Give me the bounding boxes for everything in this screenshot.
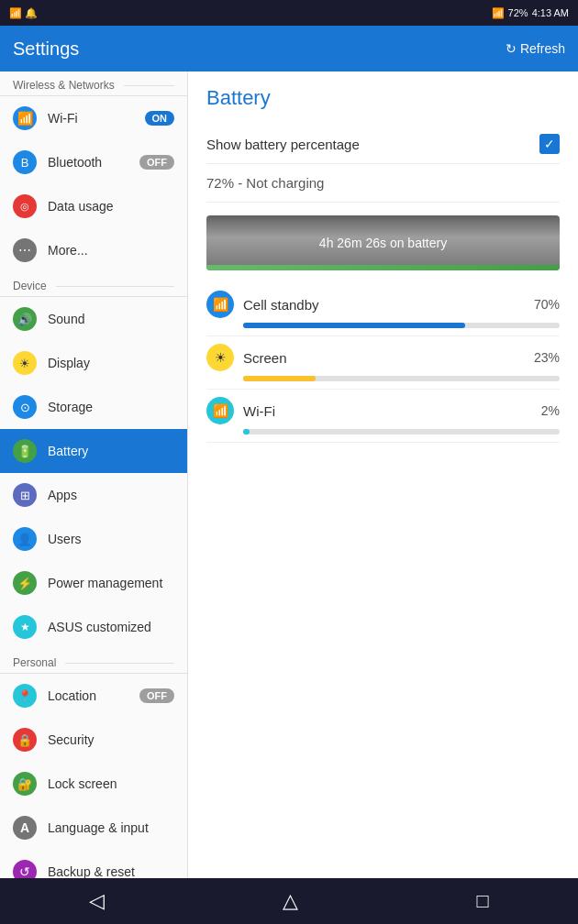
bottom-nav: ◁ △ □ [0, 878, 578, 924]
wifi-toggle[interactable]: ON [145, 111, 175, 126]
sidebar-item-battery[interactable]: 🔋 Battery [0, 429, 187, 473]
wifi-usage-icon: 📶 [206, 397, 234, 424]
more-icon: ⋯ [13, 238, 37, 262]
sidebar-item-data-usage[interactable]: ◎ Data usage [0, 184, 187, 228]
cell-standby-pct: 70% [534, 297, 560, 312]
battery-label: Battery [48, 444, 88, 458]
sidebar-item-bluetooth[interactable]: B Bluetooth OFF [0, 140, 187, 184]
users-icon: 👤 [13, 527, 37, 551]
refresh-button[interactable]: ↻ Refresh [506, 41, 565, 56]
bluetooth-toggle[interactable]: OFF [139, 155, 174, 170]
usage-screen-top: ☀ Screen 23% [206, 344, 560, 371]
screen-pct: 23% [534, 350, 560, 365]
section-personal: Personal [0, 649, 187, 674]
battery-percentage-option[interactable]: Show battery percentage ✓ [206, 125, 560, 164]
cell-standby-name: Cell standby [243, 297, 525, 313]
battery-icon: 🔋 [13, 439, 37, 463]
location-toggle[interactable]: OFF [139, 688, 174, 703]
sidebar-item-lock-screen[interactable]: 🔐 Lock screen [0, 762, 187, 806]
content-title: Battery [206, 86, 560, 110]
screen-bar-bg [243, 376, 560, 381]
display-label: Display [48, 356, 90, 370]
screen-name: Screen [243, 350, 525, 366]
sidebar-item-apps[interactable]: ⊞ Apps [0, 473, 187, 517]
wifi-label: Wi-Fi [48, 111, 78, 126]
display-icon: ☀ [13, 351, 37, 375]
power-management-label: Power management [48, 576, 162, 590]
sidebar-item-location[interactable]: 📍 Location OFF [0, 674, 187, 718]
section-wireless: Wireless & Networks [0, 72, 187, 96]
sidebar-item-backup[interactable]: ↺ Backup & reset [0, 850, 187, 878]
lock-screen-icon: 🔐 [13, 772, 37, 796]
notification-icons: 📶 🔔 [9, 7, 38, 19]
storage-label: Storage [48, 400, 93, 414]
usage-item-top: 📶 Cell standby 70% [206, 291, 560, 318]
bluetooth-label: Bluetooth [48, 155, 102, 170]
sidebar-item-power-management[interactable]: ⚡ Power management [0, 561, 187, 605]
users-label: Users [48, 532, 82, 546]
sidebar-item-security[interactable]: 🔒 Security [0, 718, 187, 762]
security-icon: 🔒 [13, 728, 37, 752]
refresh-icon: ↻ [506, 41, 517, 56]
usage-item-wifi[interactable]: 📶 Wi-Fi 2% [206, 390, 560, 443]
wifi-bar-bg [243, 429, 560, 434]
refresh-label: Refresh [520, 41, 565, 56]
asus-label: ASUS customized [48, 620, 151, 634]
usage-item-screen[interactable]: ☀ Screen 23% [206, 336, 560, 390]
wifi-usage-name: Wi-Fi [243, 403, 532, 419]
security-label: Security [48, 732, 94, 747]
cell-standby-bar-bg [243, 323, 560, 328]
battery-status-text: 72% - Not charging [206, 164, 560, 203]
wifi-usage-pct: 2% [541, 403, 560, 418]
cell-standby-icon: 📶 [206, 291, 234, 318]
sidebar-item-storage[interactable]: ⊙ Storage [0, 385, 187, 429]
recents-button[interactable]: □ [459, 884, 507, 918]
sidebar-item-sound[interactable]: 🔊 Sound [0, 297, 187, 341]
backup-icon: ↺ [13, 860, 37, 878]
location-label: Location [48, 688, 96, 703]
apps-label: Apps [48, 488, 77, 502]
sidebar-item-asus[interactable]: ★ ASUS customized [0, 605, 187, 649]
wifi-bar [243, 429, 250, 434]
language-icon: A [13, 816, 37, 840]
data-usage-label: Data usage [48, 199, 114, 214]
sidebar-item-language[interactable]: A Language & input [0, 806, 187, 850]
screen-icon: ☀ [206, 344, 234, 371]
battery-status: 72% [508, 7, 528, 18]
backup-label: Backup & reset [48, 864, 135, 878]
power-icon: ⚡ [13, 571, 37, 595]
language-label: Language & input [48, 820, 149, 835]
sidebar-item-more[interactable]: ⋯ More... [0, 228, 187, 272]
usage-item-cell-standby[interactable]: 📶 Cell standby 70% [206, 283, 560, 336]
asus-icon: ★ [13, 615, 37, 639]
data-usage-icon: ◎ [13, 194, 37, 218]
storage-icon: ⊙ [13, 395, 37, 419]
lock-screen-label: Lock screen [48, 776, 117, 791]
sidebar-item-wifi[interactable]: 📶 Wi-Fi ON [0, 96, 187, 140]
status-bar-left: 📶 🔔 [9, 7, 38, 19]
usage-wifi-top: 📶 Wi-Fi 2% [206, 397, 560, 424]
screen-bar [243, 376, 316, 381]
content-area: Battery Show battery percentage ✓ 72% - … [188, 72, 578, 878]
battery-percentage-label: Show battery percentage [206, 137, 360, 152]
battery-percentage-checkbox[interactable]: ✓ [539, 134, 560, 154]
bluetooth-icon: B [13, 150, 37, 174]
back-button[interactable]: ◁ [71, 884, 123, 918]
section-device: Device [0, 272, 187, 297]
location-icon: 📍 [13, 684, 37, 708]
home-button[interactable]: △ [264, 884, 317, 918]
sidebar-item-users[interactable]: 👤 Users [0, 517, 187, 561]
sound-icon: 🔊 [13, 307, 37, 331]
status-bar-right: 📶 72% 4:13 AM [492, 7, 569, 19]
wifi-icon: 📶 [13, 106, 37, 130]
sound-label: Sound [48, 312, 84, 326]
wifi-status-icon: 📶 [492, 7, 505, 19]
battery-graph: 4h 26m 26s on battery [206, 215, 560, 270]
page-title: Settings [13, 38, 79, 60]
more-label: More... [48, 243, 88, 258]
status-bar: 📶 🔔 📶 72% 4:13 AM [0, 0, 578, 26]
header: Settings ↻ Refresh [0, 26, 578, 72]
sidebar: Wireless & Networks 📶 Wi-Fi ON B Bluetoo… [0, 72, 188, 878]
main-layout: Wireless & Networks 📶 Wi-Fi ON B Bluetoo… [0, 72, 578, 878]
sidebar-item-display[interactable]: ☀ Display [0, 341, 187, 385]
